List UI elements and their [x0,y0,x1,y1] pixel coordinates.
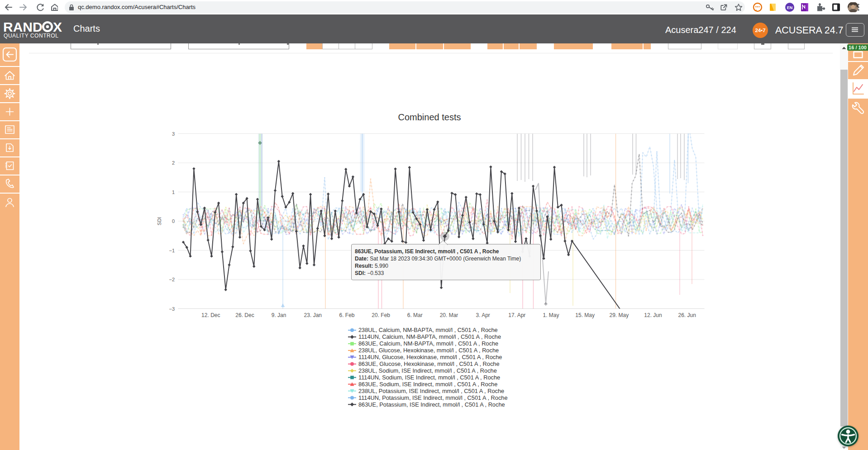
svg-text:238UL, Calcium, NM-BAPTA, mmol: 238UL, Calcium, NM-BAPTA, mmol/l , C501 … [358,327,498,333]
svg-text:12. Jun: 12. Jun [644,312,662,318]
svg-text:SDI: −0.533: SDI: −0.533 [355,270,384,276]
svg-text:29. May: 29. May [609,312,629,318]
svg-text:20. Feb: 20. Feb [372,312,390,318]
svg-text:SDI: SDI [157,217,162,225]
svg-text:QUALITY CONTROL: QUALITY CONTROL [4,33,58,39]
svg-text:−2: −2 [169,277,175,282]
svg-text:238UL, Potassium, ISE Indirect: 238UL, Potassium, ISE Indirect, mmol/l ,… [358,388,504,394]
svg-text:238UL, Sodium, ISE Indirect, m: 238UL, Sodium, ISE Indirect, mmol/l , C5… [358,367,497,374]
svg-text:Result: 5.990: Result: 5.990 [355,263,388,269]
svg-text:863UE, Glucose, Hexokinase, mm: 863UE, Glucose, Hexokinase, mmol/l , C50… [358,360,500,367]
svg-text:15. May: 15. May [575,312,595,318]
svg-text:20. Mar: 20. Mar [440,312,458,318]
svg-text:12. Dec: 12. Dec [201,312,220,318]
svg-text:3. Apr: 3. Apr [476,312,490,318]
svg-text:1114UN, Sodium, ISE Indirect,: 1114UN, Sodium, ISE Indirect, mmol/l , C… [358,374,500,381]
svg-text:Date: Sat Mar 18 2023 09:34:30: Date: Sat Mar 18 2023 09:34:30 GMT+0000 … [355,256,521,262]
svg-text:863UE, Potassium, ISE Indirect: 863UE, Potassium, ISE Indirect, mmol/l ,… [358,401,505,408]
svg-text:26. Dec: 26. Dec [235,312,254,318]
svg-text:863UE, Sodium, ISE Indirect, m: 863UE, Sodium, ISE Indirect, mmol/l , C5… [358,381,497,388]
svg-text:26. Jun: 26. Jun [678,312,696,318]
svg-text:2: 2 [172,160,175,166]
svg-text:EN: EN [787,5,793,10]
svg-text:863UE, Calcium, NM-BAPTA, mmol: 863UE, Calcium, NM-BAPTA, mmol/l , C501 … [358,340,498,347]
svg-text:6. Mar: 6. Mar [407,312,423,318]
svg-text:17. Apr: 17. Apr [508,312,525,318]
svg-text:1114UN, Potassium, ISE Indirec: 1114UN, Potassium, ISE Indirect, mmol/l … [358,394,508,401]
svg-text:1. May: 1. May [543,312,559,318]
svg-text:1: 1 [172,189,175,195]
svg-text:9. Jan: 9. Jan [272,312,286,318]
svg-text:863UE, Potassium, ISE Indirect: 863UE, Potassium, ISE Indirect, mmol/l ,… [355,248,499,255]
svg-text:23. Jan: 23. Jan [304,312,322,318]
svg-text:−1: −1 [169,248,175,253]
svg-text:Combined tests: Combined tests [398,112,461,122]
svg-text:0: 0 [172,218,175,224]
svg-text:−3: −3 [169,306,175,312]
svg-text:238UL, Glucose, Hexokinase, mm: 238UL, Glucose, Hexokinase, mmol/l , C50… [358,347,499,354]
svg-text:1114UN, Calcium, NM-BAPTA, mmo: 1114UN, Calcium, NM-BAPTA, mmol/l , C501… [358,333,501,340]
svg-text:3: 3 [172,131,175,137]
svg-text:6. Feb: 6. Feb [339,312,354,318]
svg-text:1114UN, Glucose, Hexokinase, m: 1114UN, Glucose, Hexokinase, mmol/l , C5… [358,354,502,360]
